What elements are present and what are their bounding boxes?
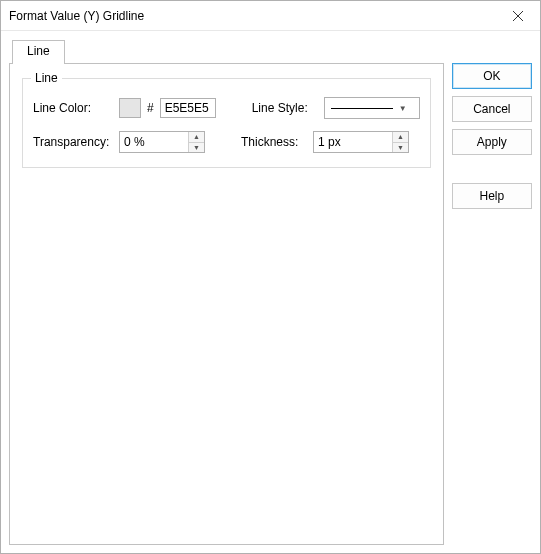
label-thickness: Thickness: [241,135,307,149]
close-button[interactable] [496,1,540,31]
label-line-color: Line Color: [33,101,113,115]
close-icon [513,11,523,21]
help-button[interactable]: Help [452,183,532,209]
thickness-spinner[interactable]: ▲ ▼ [313,131,409,153]
spin-up-icon[interactable]: ▲ [189,132,204,143]
titlebar: Format Value (Y) Gridline [1,1,540,31]
spin-down-icon[interactable]: ▼ [189,143,204,153]
transparency-spinner[interactable]: ▲ ▼ [119,131,205,153]
spin-up-icon[interactable]: ▲ [393,132,408,143]
thickness-spin-buttons[interactable]: ▲ ▼ [392,132,408,152]
hex-color-input[interactable] [160,98,216,118]
window-title: Format Value (Y) Gridline [9,9,496,23]
tab-line[interactable]: Line [12,40,65,64]
line-style-preview [331,108,393,109]
color-swatch[interactable] [119,98,141,118]
tab-line-panel: Line Line Color: # Line Style: ▼ Tr [9,63,444,545]
group-line: Line Line Color: # Line Style: ▼ Tr [22,78,431,168]
cancel-button[interactable]: Cancel [452,96,532,122]
ok-button[interactable]: OK [452,63,532,89]
button-column: OK Cancel Apply Help [452,39,532,545]
transparency-input[interactable] [120,132,188,152]
thickness-input[interactable] [314,132,392,152]
tabstrip: Line [9,39,444,63]
group-line-legend: Line [31,71,62,85]
content-pane: Line Line Line Color: # Line Style: ▼ [9,39,444,545]
apply-button[interactable]: Apply [452,129,532,155]
spin-down-icon[interactable]: ▼ [393,143,408,153]
label-transparency: Transparency: [33,135,113,149]
label-line-style: Line Style: [252,101,318,115]
hex-prefix: # [147,101,154,115]
chevron-down-icon: ▼ [393,104,413,113]
spacer [452,162,532,176]
transparency-spin-buttons[interactable]: ▲ ▼ [188,132,204,152]
row-color-style: Line Color: # Line Style: ▼ [33,97,420,119]
dialog-window: Format Value (Y) Gridline Line Line Line… [0,0,541,554]
row-transparency-thickness: Transparency: ▲ ▼ Thickness: [33,131,420,153]
dialog-body: Line Line Line Color: # Line Style: ▼ [1,31,540,553]
line-style-dropdown[interactable]: ▼ [324,97,420,119]
